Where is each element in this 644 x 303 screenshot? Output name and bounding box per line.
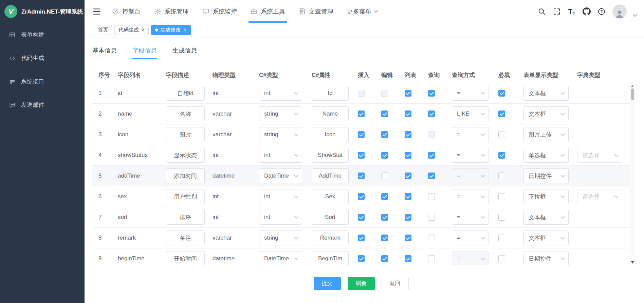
- csharp-type-select[interactable]: string: [259, 127, 302, 142]
- display-type-select[interactable]: 文本框: [523, 86, 569, 101]
- query-checkbox[interactable]: [428, 173, 435, 179]
- submit-button[interactable]: 提交: [314, 277, 341, 290]
- tab-gen-info[interactable]: 生成信息: [172, 46, 197, 59]
- refresh-button[interactable]: 刷新: [348, 277, 375, 290]
- user-avatar[interactable]: [612, 4, 627, 19]
- scrollbar-down-icon[interactable]: [631, 261, 634, 264]
- query-method-select[interactable]: =: [452, 210, 489, 225]
- scrollbar-up-icon[interactable]: [631, 85, 634, 87]
- display-type-select[interactable]: 日期控件: [523, 251, 569, 265]
- insert-checkbox[interactable]: [358, 152, 365, 159]
- query-method-select[interactable]: =: [452, 127, 489, 142]
- query-checkbox[interactable]: [428, 110, 435, 117]
- edit-checkbox[interactable]: [381, 152, 388, 159]
- csharp-property-input[interactable]: [312, 86, 349, 101]
- edit-checkbox[interactable]: [381, 110, 388, 117]
- search-icon[interactable]: [538, 7, 546, 16]
- sidebar-item-api[interactable]: 系统接口: [0, 70, 85, 93]
- query-checkbox[interactable]: [428, 131, 435, 138]
- description-input[interactable]: [166, 127, 205, 142]
- query-checkbox[interactable]: [428, 193, 435, 200]
- edit-checkbox[interactable]: [381, 90, 388, 97]
- csharp-property-input[interactable]: [312, 127, 349, 142]
- insert-checkbox[interactable]: [358, 255, 365, 262]
- insert-checkbox[interactable]: [358, 235, 365, 241]
- csharp-type-select[interactable]: string: [259, 230, 302, 245]
- sidebar-item-code-gen[interactable]: 代码生成: [0, 46, 85, 70]
- scrollbar-thumb[interactable]: [631, 88, 634, 100]
- description-input[interactable]: [166, 189, 205, 204]
- sidebar-item-mail[interactable]: 发送邮件: [0, 93, 85, 117]
- csharp-property-input[interactable]: [312, 168, 349, 183]
- csharp-property-input[interactable]: [312, 251, 349, 265]
- nav-item-more[interactable]: 更多菜单: [340, 0, 384, 23]
- tag-genedit[interactable]: 生成修改×: [151, 25, 190, 35]
- help-icon[interactable]: ?: [597, 7, 606, 16]
- nav-item-sys-mon[interactable]: 系统监控: [196, 0, 244, 23]
- edit-checkbox[interactable]: [381, 235, 388, 241]
- display-type-select[interactable]: 文本框: [523, 210, 569, 225]
- required-checkbox[interactable]: [498, 131, 505, 138]
- insert-checkbox[interactable]: [358, 193, 365, 200]
- csharp-property-input[interactable]: [312, 210, 349, 225]
- list-checkbox[interactable]: [405, 90, 411, 97]
- insert-checkbox[interactable]: [358, 110, 365, 117]
- query-checkbox[interactable]: [428, 152, 435, 159]
- csharp-property-input[interactable]: [312, 189, 349, 204]
- sidebar-item-form-build[interactable]: 表单构建: [0, 23, 85, 46]
- query-method-select[interactable]: =: [452, 189, 489, 204]
- query-method-select[interactable]: =: [452, 230, 489, 245]
- csharp-property-input[interactable]: [312, 230, 349, 245]
- required-checkbox[interactable]: [498, 214, 505, 221]
- query-checkbox[interactable]: [428, 214, 435, 221]
- description-input[interactable]: [166, 86, 205, 101]
- list-checkbox[interactable]: [405, 173, 411, 179]
- description-input[interactable]: [166, 148, 205, 163]
- list-checkbox[interactable]: [405, 193, 411, 200]
- display-type-select[interactable]: 下拉框: [523, 189, 569, 204]
- query-checkbox[interactable]: [428, 255, 435, 262]
- insert-checkbox[interactable]: [358, 214, 365, 221]
- required-checkbox[interactable]: [498, 152, 505, 159]
- nav-item-article[interactable]: 文章管理: [292, 0, 340, 23]
- required-checkbox[interactable]: [498, 110, 505, 117]
- required-checkbox[interactable]: [498, 235, 505, 241]
- list-checkbox[interactable]: [405, 255, 411, 262]
- csharp-property-input[interactable]: [312, 148, 349, 163]
- dict-type-select[interactable]: 请选择: [577, 148, 622, 163]
- required-checkbox[interactable]: [498, 90, 505, 97]
- query-method-select[interactable]: =: [452, 251, 489, 265]
- edit-checkbox[interactable]: [381, 131, 388, 138]
- query-method-select[interactable]: =: [452, 148, 489, 163]
- description-input[interactable]: [166, 168, 205, 183]
- tab-basic-info[interactable]: 基本信息: [92, 46, 117, 59]
- display-type-select[interactable]: 文本框: [523, 106, 569, 121]
- description-input[interactable]: [166, 251, 205, 265]
- display-type-select[interactable]: 图片上传: [523, 127, 569, 142]
- description-input[interactable]: [166, 210, 205, 225]
- tag-home[interactable]: 首页: [94, 25, 112, 35]
- csharp-type-select[interactable]: DateTime: [259, 251, 302, 265]
- display-type-select[interactable]: 单选框: [523, 148, 569, 163]
- csharp-type-select[interactable]: string: [259, 106, 302, 121]
- display-type-select[interactable]: 日期控件: [523, 168, 569, 183]
- insert-checkbox[interactable]: [358, 173, 365, 179]
- insert-checkbox[interactable]: [358, 90, 365, 97]
- required-checkbox[interactable]: [498, 193, 505, 200]
- edit-checkbox[interactable]: [381, 193, 388, 200]
- csharp-type-select[interactable]: int: [259, 148, 302, 163]
- list-checkbox[interactable]: [405, 110, 411, 117]
- display-type-select[interactable]: 文本框: [523, 230, 569, 245]
- csharp-type-select[interactable]: DateTime: [259, 168, 302, 183]
- edit-checkbox[interactable]: [381, 255, 388, 262]
- list-checkbox[interactable]: [405, 235, 411, 241]
- table-scrollbar[interactable]: [630, 83, 635, 265]
- csharp-type-select[interactable]: int: [259, 189, 302, 204]
- csharp-type-select[interactable]: int: [259, 210, 302, 225]
- query-method-select[interactable]: LIKE: [452, 106, 489, 121]
- required-checkbox[interactable]: [498, 255, 505, 262]
- insert-checkbox[interactable]: [358, 131, 365, 138]
- nav-item-sys-tool[interactable]: 系统工具: [244, 0, 292, 23]
- fullscreen-icon[interactable]: [553, 7, 561, 16]
- edit-checkbox[interactable]: [381, 214, 388, 221]
